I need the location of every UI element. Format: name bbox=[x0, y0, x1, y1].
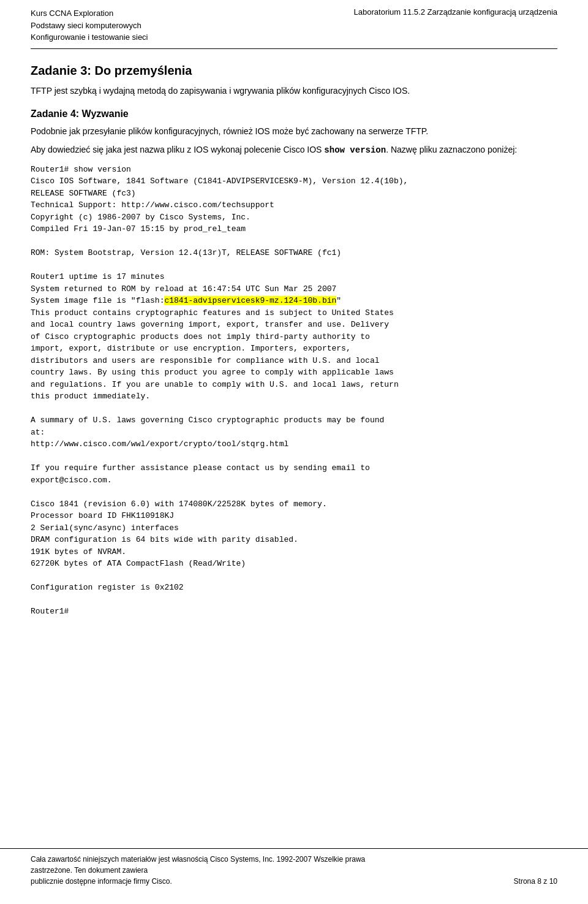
footer-line2: publicznie dostępne informacje firmy Cis… bbox=[31, 876, 398, 887]
page-header: Kurs CCNA Exploration Podstawy sieci kom… bbox=[31, 0, 557, 49]
code-pre-highlight: Router1# show version Cisco IOS Software… bbox=[31, 165, 408, 306]
section4-title: Zadanie 4: Wyzwanie bbox=[31, 108, 557, 120]
footer-right: Strona 8 z 10 bbox=[514, 876, 557, 887]
section4-body2: Aby dowiedzieć się jaka jest nazwa pliku… bbox=[31, 143, 557, 157]
footer-line1: Cała zawartość niniejszych materiałów je… bbox=[31, 854, 398, 876]
section3-body: TFTP jest szybką i wydajną metodą do zap… bbox=[31, 84, 557, 97]
section4-body2-post: . Nazwę pliku zaznaczono poniżej: bbox=[386, 145, 517, 154]
code-block-main: Router1# show version Cisco IOS Software… bbox=[31, 164, 557, 618]
section4-body2-cmd: show version bbox=[324, 145, 386, 155]
code-post-highlight: " bbox=[336, 296, 341, 305]
section4-body2-pre: Aby dowiedzieć się jaka jest nazwa pliku… bbox=[31, 145, 324, 154]
footer-left: Cała zawartość niniejszych materiałów je… bbox=[31, 854, 398, 887]
page-wrapper: Kurs CCNA Exploration Podstawy sieci kom… bbox=[0, 0, 588, 904]
header-course: Kurs CCNA Exploration bbox=[31, 7, 148, 20]
header-subtitle: Podstawy sieci komputerowych bbox=[31, 20, 148, 32]
page-footer: Cała zawartość niniejszych materiałów je… bbox=[0, 848, 588, 892]
code-crypto: This product contains cryptographic feat… bbox=[31, 308, 399, 617]
section4-body1: Podobnie jak przesyłanie plików konfigur… bbox=[31, 124, 557, 138]
section3-title: Zadanie 3: Do przemyślenia bbox=[31, 64, 557, 78]
footer-page: Strona 8 z 10 bbox=[514, 876, 557, 887]
code-highlight: c1841-advipservicesk9-mz.124-10b.bin bbox=[164, 296, 336, 305]
header-section: Konfigurowanie i testowanie sieci bbox=[31, 31, 148, 44]
header-left: Kurs CCNA Exploration Podstawy sieci kom… bbox=[31, 7, 148, 44]
header-right: Laboratorium 11.5.2 Zarządzanie konfigur… bbox=[354, 7, 557, 17]
header-lab: Laboratorium 11.5.2 Zarządzanie konfigur… bbox=[354, 7, 557, 17]
